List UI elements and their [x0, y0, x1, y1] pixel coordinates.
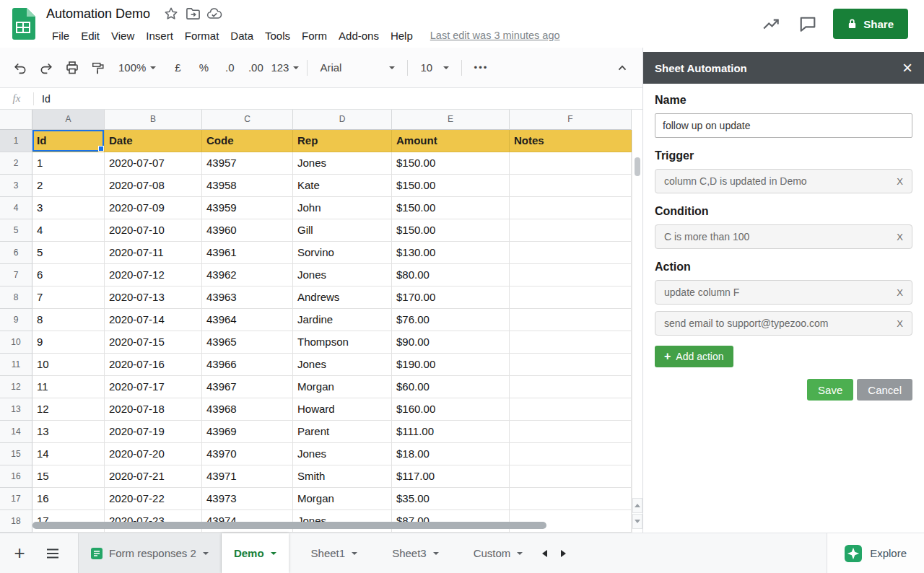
cell-A3[interactable]: 2 — [32, 175, 105, 197]
row-header-14[interactable]: 14 — [0, 421, 32, 443]
star-icon[interactable] — [160, 4, 182, 24]
close-icon[interactable]: × — [902, 59, 912, 76]
row-header-15[interactable]: 15 — [0, 443, 32, 465]
cell-C6[interactable]: 43961 — [202, 242, 293, 264]
cell-F2[interactable] — [510, 152, 632, 175]
cell-A1[interactable]: Id — [32, 130, 105, 152]
format-percent-button[interactable]: % — [193, 56, 214, 79]
cell-D9[interactable]: Jardine — [293, 309, 392, 331]
cell-B6[interactable]: 2020-07-11 — [105, 242, 202, 264]
menu-tools[interactable]: Tools — [259, 27, 296, 44]
cell-C8[interactable]: 43963 — [202, 286, 293, 309]
document-title[interactable]: Automation Demo — [46, 6, 150, 22]
cell-B8[interactable]: 2020-07-13 — [105, 286, 202, 309]
cell-D17[interactable]: Morgan — [293, 488, 392, 510]
cell-A12[interactable]: 11 — [32, 376, 105, 398]
cell-B13[interactable]: 2020-07-18 — [105, 398, 202, 421]
row-header-9[interactable]: 9 — [0, 309, 32, 331]
cell-C15[interactable]: 43970 — [202, 443, 293, 465]
cell-D8[interactable]: Andrews — [293, 286, 392, 309]
cell-C11[interactable]: 43966 — [202, 354, 293, 376]
cell-A4[interactable]: 3 — [32, 197, 105, 219]
menu-insert[interactable]: Insert — [140, 27, 179, 44]
move-folder-icon[interactable] — [182, 4, 204, 24]
zoom-select[interactable]: 100% — [118, 56, 156, 79]
cell-D5[interactable]: Gill — [293, 219, 392, 242]
sheet-tab-sheet3[interactable]: Sheet3 — [380, 533, 451, 573]
menu-edit[interactable]: Edit — [75, 27, 105, 44]
increase-decimal-button[interactable]: .00 — [245, 56, 266, 79]
all-sheets-menu-icon[interactable] — [39, 540, 66, 567]
cell-A16[interactable]: 15 — [32, 465, 105, 488]
cell-B14[interactable]: 2020-07-19 — [105, 421, 202, 443]
cell-A17[interactable]: 16 — [32, 488, 105, 510]
decrease-decimal-button[interactable]: .0 — [219, 56, 240, 79]
cell-E1[interactable]: Amount — [392, 130, 510, 152]
cell-C2[interactable]: 43957 — [202, 152, 293, 175]
row-header-5[interactable]: 5 — [0, 219, 32, 242]
sheet-tab-form-responses-2[interactable]: Form responses 2 — [78, 533, 222, 573]
cell-F11[interactable] — [510, 354, 632, 376]
cell-A2[interactable]: 1 — [32, 152, 105, 175]
font-family-select[interactable]: Arial — [315, 56, 399, 79]
cell-D11[interactable]: Jones — [293, 354, 392, 376]
action-chip-2[interactable]: send email to support@typezoo.comX — [655, 311, 912, 336]
sheets-logo-icon[interactable] — [0, 0, 46, 48]
cell-A5[interactable]: 4 — [32, 219, 105, 242]
cell-F14[interactable] — [510, 421, 632, 443]
cell-F9[interactable] — [510, 309, 632, 331]
cell-E11[interactable]: $190.00 — [392, 354, 510, 376]
horizontal-scrollbar-thumb[interactable] — [32, 522, 546, 529]
cell-F12[interactable] — [510, 376, 632, 398]
add-sheet-button[interactable]: + — [6, 540, 33, 567]
cell-F4[interactable] — [510, 197, 632, 219]
cell-D15[interactable]: Jones — [293, 443, 392, 465]
cell-E3[interactable]: $150.00 — [392, 175, 510, 197]
cell-F7[interactable] — [510, 264, 632, 286]
cell-E15[interactable]: $18.00 — [392, 443, 510, 465]
row-header-10[interactable]: 10 — [0, 331, 32, 354]
vertical-scrollbar-thumb[interactable] — [635, 157, 640, 176]
insights-chart-icon[interactable] — [761, 14, 783, 34]
menu-data[interactable]: Data — [225, 27, 259, 44]
cell-B17[interactable]: 2020-07-22 — [105, 488, 202, 510]
cell-D16[interactable]: Smith — [293, 465, 392, 488]
cell-A10[interactable]: 9 — [32, 331, 105, 354]
vertical-scrollbar[interactable] — [632, 130, 642, 533]
cell-E10[interactable]: $90.00 — [392, 331, 510, 354]
save-button[interactable]: Save — [807, 379, 853, 401]
cell-D2[interactable]: Jones — [293, 152, 392, 175]
row-header-2[interactable]: 2 — [0, 152, 32, 175]
menu-add-ons[interactable]: Add-ons — [333, 27, 385, 44]
chevron-down-icon[interactable] — [433, 552, 439, 555]
cell-B9[interactable]: 2020-07-14 — [105, 309, 202, 331]
row-header-7[interactable]: 7 — [0, 264, 32, 286]
cell-B11[interactable]: 2020-07-16 — [105, 354, 202, 376]
column-header-E[interactable]: E — [392, 110, 510, 130]
cell-E2[interactable]: $150.00 — [392, 152, 510, 175]
row-header-12[interactable]: 12 — [0, 376, 32, 398]
menu-help[interactable]: Help — [385, 27, 419, 44]
cell-E5[interactable]: $150.00 — [392, 219, 510, 242]
chevron-down-icon[interactable] — [352, 552, 357, 555]
cell-E9[interactable]: $76.00 — [392, 309, 510, 331]
row-header-8[interactable]: 8 — [0, 286, 32, 309]
row-header-11[interactable]: 11 — [0, 354, 32, 376]
menu-file[interactable]: File — [46, 27, 75, 44]
add-action-button[interactable]: + Add action — [655, 346, 733, 367]
trigger-chip[interactable]: column C,D is updated in Demo X — [655, 169, 912, 193]
undo-button[interactable] — [9, 56, 31, 79]
cell-E4[interactable]: $150.00 — [392, 197, 510, 219]
cell-C14[interactable]: 43969 — [202, 421, 293, 443]
cell-C13[interactable]: 43968 — [202, 398, 293, 421]
cell-F1[interactable]: Notes — [510, 130, 632, 152]
comments-icon[interactable] — [797, 14, 819, 34]
more-toolbar-button[interactable]: ••• — [470, 56, 492, 79]
scroll-down-button[interactable] — [632, 514, 642, 529]
cell-E17[interactable]: $35.00 — [392, 488, 510, 510]
cell-D14[interactable]: Parent — [293, 421, 392, 443]
cell-D10[interactable]: Thompson — [293, 331, 392, 354]
select-all-corner[interactable] — [0, 110, 32, 130]
cloud-status-icon[interactable] — [204, 4, 225, 24]
cell-F13[interactable] — [510, 398, 632, 421]
